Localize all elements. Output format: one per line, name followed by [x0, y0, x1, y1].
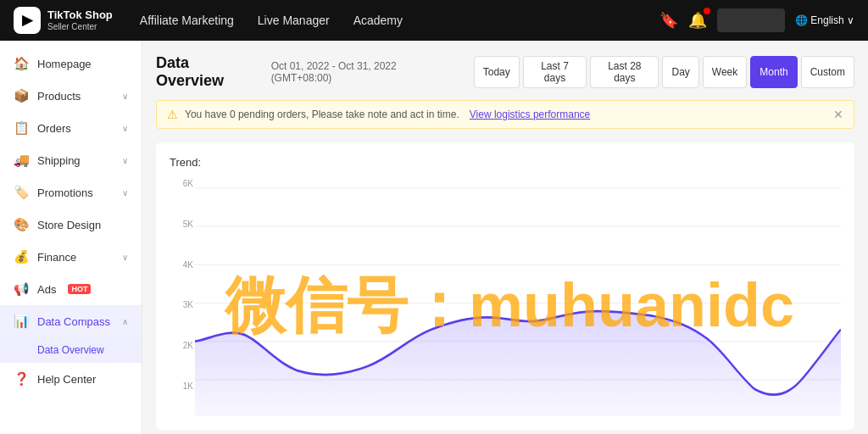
orders-icon: 📋: [14, 120, 29, 136]
period-btn-custom[interactable]: Custom: [801, 56, 854, 88]
chart-container: 6K 5K 4K 3K 2K 1K: [170, 179, 841, 416]
period-buttons: Today Last 7 days Last 28 days Day Week …: [474, 56, 854, 88]
alert-icon: ⚠: [167, 108, 178, 121]
period-btn-day[interactable]: Day: [662, 56, 698, 88]
topnav-live-manager[interactable]: Live Manager: [258, 14, 330, 27]
chevron-icon: ∨: [122, 188, 128, 198]
store-design-icon: 🎨: [14, 217, 29, 232]
sidebar-label-data-compass: Data Compass: [37, 315, 110, 328]
page-title: Data Overview: [156, 54, 258, 90]
sidebar-item-products[interactable]: 📦 Products ∨: [0, 80, 142, 112]
sidebar-item-store-design[interactable]: 🎨 Store Design: [0, 209, 142, 241]
home-icon: 🏠: [14, 56, 29, 71]
alert-close-button[interactable]: ✕: [833, 108, 843, 121]
topnav-academy[interactable]: Academy: [353, 14, 403, 27]
sidebar-label-products: Products: [37, 90, 81, 103]
sidebar-item-ads[interactable]: 📢 Ads HOT: [0, 273, 142, 305]
sidebar-item-data-compass[interactable]: 📊 Data Compass ∧: [0, 305, 142, 337]
chevron-icon: ∨: [122, 156, 128, 165]
topnav-affiliate-marketing[interactable]: Affiliate Marketing: [140, 14, 234, 27]
sidebar-item-shipping[interactable]: 🚚 Shipping ∨: [0, 144, 142, 176]
period-btn-last28[interactable]: Last 28 days: [590, 56, 659, 88]
data-overview-header: Data Overview Oct 01, 2022 - Oct 31, 202…: [156, 54, 854, 90]
shipping-icon: 🚚: [14, 153, 29, 168]
products-icon: 📦: [14, 88, 29, 103]
sidebar-label-homepage: Homepage: [37, 58, 92, 70]
data-compass-icon: 📊: [14, 314, 29, 329]
logo: ▶ TikTok Shop Seller Center: [14, 7, 113, 34]
trend-section: Trend: 6K 5K 4K 3K 2K 1K: [156, 142, 854, 430]
topnav-links: Affiliate Marketing Live Manager Academy: [140, 14, 632, 27]
y-axis-labels: 6K 5K 4K 3K 2K 1K: [170, 179, 193, 391]
promotions-icon: 🏷️: [14, 185, 29, 200]
sidebar-label-orders: Orders: [37, 122, 71, 135]
main-content: Data Overview Oct 01, 2022 - Oct 31, 202…: [142, 41, 868, 434]
chevron-icon: ∨: [122, 124, 128, 133]
sidebar-label-ads: Ads: [37, 283, 56, 296]
sidebar-item-promotions[interactable]: 🏷️ Promotions ∨: [0, 176, 142, 209]
period-btn-today[interactable]: Today: [474, 56, 520, 88]
bookmark-icon[interactable]: 🔖: [659, 11, 678, 30]
tiktok-logo-icon: ▶: [14, 7, 41, 34]
sidebar-item-homepage[interactable]: 🏠 Homepage: [0, 47, 142, 80]
period-btn-week[interactable]: Week: [703, 56, 747, 88]
logo-line2: Seller Center: [47, 22, 113, 32]
topnav-right: 🔖 🔔 🌐 English ∨: [659, 8, 854, 32]
notification-icon[interactable]: 🔔: [688, 11, 707, 30]
sidebar-label-store-design: Store Design: [37, 219, 101, 231]
trend-label: Trend:: [170, 156, 841, 169]
main-layout: 🏠 Homepage 📦 Products ∨ 📋 Orders ∨ 🚚 Shi…: [0, 41, 868, 434]
sidebar-subitem-data-overview[interactable]: Data Overview: [0, 337, 142, 363]
period-btn-last7[interactable]: Last 7 days: [523, 56, 587, 88]
sidebar-label-finance: Finance: [37, 251, 76, 264]
chevron-up-icon: ∧: [122, 317, 128, 326]
language-selector[interactable]: 🌐 English ∨: [795, 14, 854, 26]
logo-line1: TikTok Shop: [47, 8, 113, 22]
sidebar-item-help-center[interactable]: ❓ Help Center: [0, 363, 142, 395]
sidebar-label-help-center: Help Center: [37, 373, 96, 386]
ads-icon: 📢: [14, 281, 29, 297]
sidebar-item-finance[interactable]: 💰 Finance ∨: [0, 241, 142, 273]
date-range: Oct 01, 2022 - Oct 31, 2022 (GMT+08:00): [271, 60, 453, 84]
alert-link[interactable]: View logistics performance: [470, 108, 591, 120]
top-navigation: ▶ TikTok Shop Seller Center Affiliate Ma…: [0, 0, 868, 41]
sidebar: 🏠 Homepage 📦 Products ∨ 📋 Orders ∨ 🚚 Shi…: [0, 41, 142, 434]
sidebar-label-shipping: Shipping: [37, 154, 81, 167]
chevron-icon: ∨: [122, 92, 128, 101]
sidebar-item-orders[interactable]: 📋 Orders ∨: [0, 112, 142, 144]
help-icon: ❓: [14, 371, 29, 387]
alert-message: You have 0 pending orders, Please take n…: [185, 108, 459, 120]
hot-badge: HOT: [68, 284, 91, 294]
avatar[interactable]: [717, 8, 785, 32]
notification-badge: [704, 8, 710, 14]
period-btn-month[interactable]: Month: [750, 56, 797, 88]
sidebar-subitem-label-data-overview: Data Overview: [37, 344, 104, 356]
sidebar-label-promotions: Promotions: [37, 186, 93, 199]
chevron-icon: ∨: [122, 253, 128, 262]
trend-chart: [195, 179, 841, 416]
finance-icon: 💰: [14, 249, 29, 264]
alert-bar: ⚠ You have 0 pending orders, Please take…: [156, 100, 854, 129]
